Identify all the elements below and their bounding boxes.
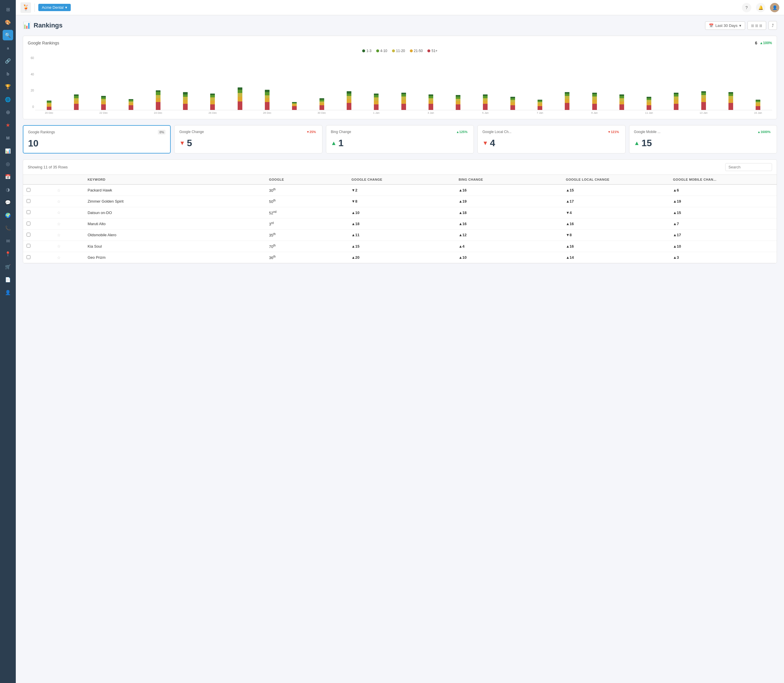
summary-card-google-mobile[interactable]: Google Mobile ... ▲1600% ▲ 15 xyxy=(629,125,777,154)
nav-alpha[interactable]: a xyxy=(3,43,13,53)
nav-pin[interactable]: 📍 xyxy=(3,249,13,259)
summary-card-google-local[interactable]: Google Local Ch... ▼121% ▼ 4 xyxy=(477,125,625,154)
bar-group[interactable] xyxy=(63,95,90,110)
bar-group[interactable] xyxy=(363,93,390,110)
bar-group[interactable] xyxy=(90,96,117,110)
bar-group[interactable] xyxy=(36,101,62,110)
bar-group[interactable] xyxy=(226,87,253,110)
nav-m[interactable]: M xyxy=(3,133,13,143)
nav-target[interactable]: ◎ xyxy=(3,159,13,169)
nav-doc[interactable]: 📄 xyxy=(3,274,13,285)
brand-selector[interactable]: Acme Dental ▾ xyxy=(38,4,71,11)
bar-group[interactable] xyxy=(199,93,226,110)
star-icon[interactable]: ☆ xyxy=(57,244,61,249)
summary-card-google-change[interactable]: Google Change ▼25% ▼ 5 xyxy=(174,125,322,154)
bar-group[interactable] xyxy=(526,100,553,110)
bar-group[interactable] xyxy=(390,93,417,110)
star-icon[interactable]: ☆ xyxy=(57,210,61,215)
nav-calendar[interactable]: 📅 xyxy=(3,172,13,182)
row-checkbox[interactable] xyxy=(23,229,53,240)
star-icon[interactable]: ☆ xyxy=(57,199,61,204)
row-checkbox[interactable] xyxy=(23,196,53,207)
share-button[interactable]: ⤴ xyxy=(768,21,777,30)
left-navigation: ⊞ 🎨 🔍 a 🔗 b 🏆 🌐 ⊕ ★ M 📊 ◎ 📅 ◑ 💬 🌍 📞 ✉ 📍 … xyxy=(0,0,16,683)
row-checkbox[interactable] xyxy=(23,252,53,263)
up-arrow-icon: ▲ xyxy=(351,233,355,237)
x-label xyxy=(172,111,199,114)
avatar[interactable]: 👤 xyxy=(770,3,779,12)
star-icon[interactable]: ☆ xyxy=(57,221,61,226)
notification-button[interactable]: 🔔 xyxy=(756,3,765,12)
row-bing-change: ▲10 xyxy=(455,252,563,263)
bar-group[interactable] xyxy=(499,97,526,110)
bar-group[interactable] xyxy=(554,92,580,110)
row-star[interactable]: ☆ xyxy=(53,252,84,263)
bar-group[interactable] xyxy=(254,90,281,110)
header-actions: 📅 Last 30 Days ▾ ⫼⫼⫼ ⤴ xyxy=(705,21,777,30)
star-icon[interactable]: ☆ xyxy=(57,255,61,260)
nav-search[interactable]: 🔍 xyxy=(3,30,13,40)
x-label xyxy=(554,111,580,114)
row-checkbox[interactable] xyxy=(23,240,53,252)
bar-group[interactable] xyxy=(281,102,308,110)
row-star[interactable]: ☆ xyxy=(53,240,84,252)
row-star[interactable]: ☆ xyxy=(53,218,84,229)
bar-group[interactable] xyxy=(745,100,771,110)
nav-cart[interactable]: 🛒 xyxy=(3,261,13,272)
bar-group[interactable] xyxy=(690,91,717,110)
bar-group[interactable] xyxy=(172,92,199,110)
row-local-change: ▲15 xyxy=(563,184,670,196)
nav-bold[interactable]: b xyxy=(3,69,13,79)
bar-group[interactable] xyxy=(445,95,471,110)
search-input[interactable] xyxy=(725,163,772,171)
nav-globe[interactable]: 🌐 xyxy=(3,94,13,105)
nav-globe2[interactable]: 🌍 xyxy=(3,210,13,220)
bar-group[interactable] xyxy=(581,93,608,110)
star-icon[interactable]: ☆ xyxy=(57,188,61,193)
help-button[interactable]: ? xyxy=(742,3,751,12)
row-google-change: ▲18 xyxy=(348,218,455,229)
x-label: 3 Jan xyxy=(417,111,444,114)
row-checkbox[interactable] xyxy=(23,184,53,196)
x-label xyxy=(226,111,253,114)
summary-card-bing-change[interactable]: Bing Change ▲125% ▲ 1 xyxy=(326,125,474,154)
row-star[interactable]: ☆ xyxy=(53,196,84,207)
google-rankings-chart-card: Google Rankings 6 ▲100% 1-3 4-10 xyxy=(23,36,777,119)
bar-group[interactable] xyxy=(117,99,144,110)
nav-trophy[interactable]: 🏆 xyxy=(3,81,13,92)
date-range-button[interactable]: 📅 Last 30 Days ▾ xyxy=(705,21,745,30)
row-checkbox[interactable] xyxy=(23,218,53,229)
nav-link[interactable]: 🔗 xyxy=(3,56,13,66)
table-toolbar: Showing 11 of 35 Rows xyxy=(23,160,777,175)
page-title: Rankings xyxy=(34,22,63,29)
nav-paint[interactable]: 🎨 xyxy=(3,17,13,27)
star-icon[interactable]: ☆ xyxy=(57,233,61,237)
bar-group[interactable] xyxy=(472,95,499,110)
bar-group[interactable] xyxy=(145,90,171,110)
bar-group[interactable] xyxy=(608,95,635,110)
nav-chart[interactable]: 📊 xyxy=(3,146,13,156)
row-star[interactable]: ☆ xyxy=(53,207,84,218)
nav-chat[interactable]: 💬 xyxy=(3,197,13,208)
summary-card-google-rankings[interactable]: Google Rankings 0% 10 xyxy=(23,125,171,154)
row-star[interactable]: ☆ xyxy=(53,229,84,240)
nav-mail[interactable]: ✉ xyxy=(3,236,13,246)
bar-group[interactable] xyxy=(308,98,335,110)
x-labels-row: 20 Dec22 Dec24 Dec26 Dec28 Dec30 Dec1 Ja… xyxy=(35,110,772,114)
row-checkbox[interactable] xyxy=(23,207,53,218)
bar-group[interactable] xyxy=(663,93,689,110)
bar-group[interactable] xyxy=(335,91,362,110)
nav-layers[interactable]: ⊕ xyxy=(3,107,13,117)
bar-group[interactable] xyxy=(636,97,662,110)
bar-group[interactable] xyxy=(717,92,744,110)
row-star[interactable]: ☆ xyxy=(53,184,84,196)
legend-4-10: 4-10 xyxy=(376,49,387,53)
bar-group[interactable] xyxy=(417,95,444,110)
card-header-google-rankings: Google Rankings 0% xyxy=(28,130,165,135)
nav-person[interactable]: 👤 xyxy=(3,287,13,298)
nav-pie[interactable]: ◑ xyxy=(3,184,13,195)
columns-button[interactable]: ⫼⫼⫼ xyxy=(747,21,766,30)
nav-phone[interactable]: 📞 xyxy=(3,223,13,233)
nav-star[interactable]: ★ xyxy=(3,120,13,130)
nav-home[interactable]: ⊞ xyxy=(3,4,13,14)
